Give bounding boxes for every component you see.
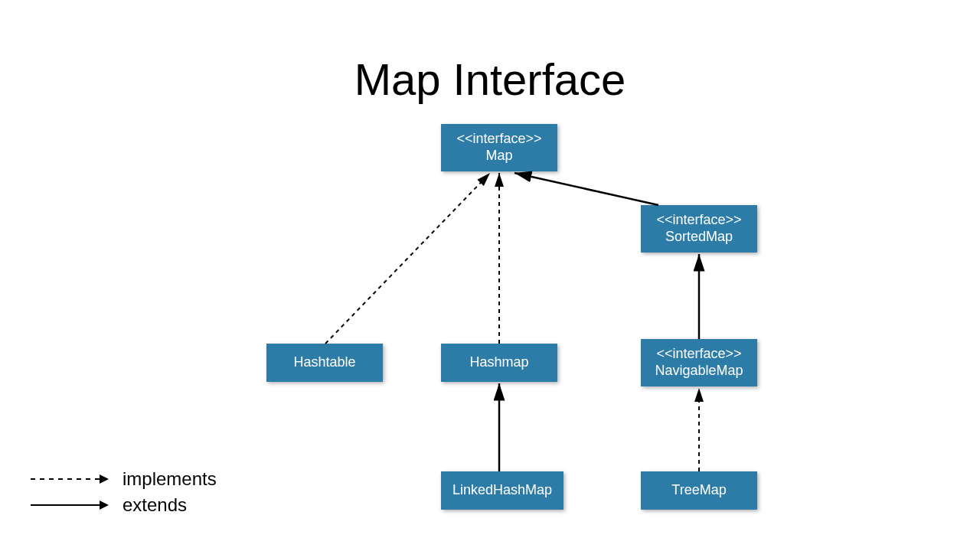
node-linkedhashmap: LinkedHashMap — [441, 471, 564, 510]
legend: implements extends — [31, 468, 217, 520]
node-navigablemap: <<interface>> NavigableMap — [641, 339, 757, 386]
node-hashtable-name: Hashtable — [293, 354, 355, 371]
node-treemap-name: TreeMap — [671, 482, 726, 499]
node-map-name: Map — [485, 148, 512, 165]
edge-hashtable-map — [325, 173, 490, 344]
legend-implements-row: implements — [31, 468, 217, 490]
node-sortedmap-name: SortedMap — [665, 229, 733, 246]
legend-extends-line — [31, 504, 107, 506]
edge-sortedmap-map — [514, 173, 658, 205]
node-hashtable: Hashtable — [266, 344, 383, 382]
node-hashmap: Hashmap — [441, 344, 557, 382]
legend-extends-row: extends — [31, 494, 217, 516]
node-sortedmap-stereotype: <<interface>> — [656, 212, 741, 229]
diagram-title: Map Interface — [354, 54, 626, 105]
node-map-stereotype: <<interface>> — [456, 131, 541, 148]
node-map: <<interface>> Map — [441, 124, 557, 171]
node-hashmap-name: Hashmap — [469, 354, 528, 371]
legend-implements-label: implements — [122, 468, 217, 490]
node-linkedhashmap-name: LinkedHashMap — [452, 482, 552, 499]
legend-implements-line — [31, 478, 107, 480]
node-navigablemap-stereotype: <<interface>> — [656, 346, 741, 363]
node-navigablemap-name: NavigableMap — [655, 363, 743, 380]
node-sortedmap: <<interface>> SortedMap — [641, 205, 757, 253]
node-treemap: TreeMap — [641, 471, 757, 510]
legend-extends-label: extends — [122, 494, 187, 516]
